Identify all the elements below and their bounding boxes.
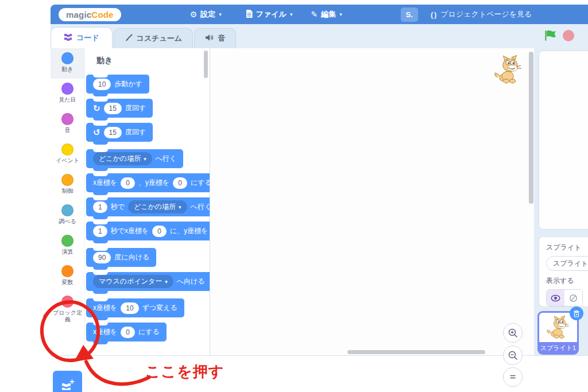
- block-text: 秒で: [111, 202, 125, 212]
- parentheses-icon: ( ): [431, 10, 436, 19]
- zoom-out-button[interactable]: [503, 346, 523, 365]
- zoom-reset-button[interactable]: [503, 367, 523, 387]
- block-number-input[interactable]: 0: [173, 177, 187, 189]
- workspace-horizontal-scrollbar[interactable]: [347, 350, 485, 354]
- block-text: x座標を: [93, 303, 117, 313]
- category-label: 音: [52, 127, 84, 134]
- category-item-変数[interactable]: 変数: [51, 261, 84, 292]
- add-extension-button[interactable]: [53, 371, 82, 392]
- block-number-input[interactable]: 0: [121, 327, 135, 338]
- palette-block[interactable]: 90度に向ける: [86, 248, 156, 267]
- category-item-ブロック定義[interactable]: ブロック定義: [51, 292, 84, 325]
- palette-scrollbar[interactable]: [204, 51, 208, 78]
- block-text: 、y座標を: [138, 178, 169, 188]
- menu-edit[interactable]: ✎ 編集 ▾: [307, 9, 347, 20]
- block-dropdown[interactable]: マウスのポインター▾: [93, 275, 173, 288]
- code-workspace[interactable]: [210, 48, 534, 355]
- sprite-name-input[interactable]: [546, 256, 588, 271]
- palette-block[interactable]: ↺15度回す: [86, 123, 153, 142]
- chevron-down-icon: ▾: [339, 11, 342, 17]
- block-text: へ行く: [156, 154, 177, 164]
- block-text: へ向ける: [177, 277, 205, 286]
- category-item-イベント[interactable]: イベント: [51, 139, 84, 170]
- block-dropdown[interactable]: どこかの場所▾: [93, 152, 152, 165]
- show-label: 表示する: [546, 276, 588, 286]
- block-text: へ行く: [191, 202, 210, 212]
- block-text: x座標を: [93, 178, 117, 188]
- zoom-in-button[interactable]: [503, 323, 523, 343]
- visibility-toggle: [546, 289, 583, 306]
- sprite-card[interactable]: スプライト1: [537, 311, 579, 355]
- palette-block[interactable]: x座標を0、y座標を0にする: [86, 173, 210, 192]
- palette-block[interactable]: 1秒でどこかの場所▾へ行く: [86, 197, 210, 216]
- palette-block[interactable]: ↻15度回す: [86, 99, 153, 118]
- hidden-eye-button[interactable]: [564, 290, 582, 306]
- workspace-vertical-scrollbar[interactable]: [529, 52, 533, 204]
- category-color-dot: [61, 143, 74, 156]
- category-item-見た目[interactable]: 見た目: [51, 79, 84, 109]
- tab-code[interactable]: コード: [51, 27, 113, 48]
- block-number-input[interactable]: 15: [104, 127, 122, 138]
- speaker-icon: [205, 34, 214, 43]
- tab-costumes[interactable]: コスチューム: [114, 28, 194, 48]
- palette-block[interactable]: どこかの場所▾へ行く: [86, 149, 183, 168]
- category-label: ブロック定義: [52, 309, 84, 323]
- category-color-dot: [61, 296, 74, 308]
- tab-strip: コード コスチューム 音: [51, 24, 588, 48]
- category-color-dot: [61, 113, 74, 125]
- block-list: 10歩動かす↻15度回す↺15度回すどこかの場所▾へ行くx座標を0、y座標を0に…: [86, 75, 210, 341]
- palette-block[interactable]: x座標を10ずつ変える: [86, 298, 184, 317]
- block-text: ずつ変える: [142, 303, 177, 313]
- category-color-dot: [61, 204, 74, 216]
- block-number-input[interactable]: 0: [121, 177, 135, 189]
- block-text: 度回す: [125, 103, 146, 113]
- tab-sounds[interactable]: 音: [194, 28, 236, 48]
- tab-costumes-label: コスチューム: [137, 33, 183, 44]
- block-text: 度回す: [125, 127, 146, 137]
- stop-button[interactable]: [562, 29, 575, 42]
- category-item-制御[interactable]: 制御: [51, 170, 84, 200]
- menu-file[interactable]: ファイル ▾: [241, 9, 297, 20]
- main-content: 動き見た目音イベント制御調べる演算変数ブロック定義 動き 10歩動かす↻15度回…: [51, 48, 588, 356]
- app-logo[interactable]: magicCode: [59, 8, 121, 21]
- block-number-input[interactable]: 90: [93, 252, 111, 263]
- cat-sprite-on-canvas[interactable]: [493, 53, 524, 88]
- category-item-演算[interactable]: 演算: [51, 231, 84, 261]
- logo-text-magic: magic: [66, 10, 91, 20]
- block-number-input[interactable]: 1: [93, 201, 107, 213]
- block-number-input[interactable]: 15: [104, 103, 122, 114]
- category-color-dot: [61, 52, 74, 64]
- menu-settings-label: 設定: [200, 9, 215, 20]
- block-number-input[interactable]: 10: [93, 79, 111, 90]
- user-badge[interactable]: S.: [401, 7, 418, 22]
- palette-block[interactable]: x座標を0にする: [86, 323, 167, 341]
- rotate-ccw-icon: ↺: [93, 127, 100, 138]
- block-number-input[interactable]: 1: [93, 226, 107, 237]
- block-text: 歩動かす: [114, 79, 142, 89]
- block-number-input[interactable]: 0: [152, 226, 167, 237]
- pencil-icon: ✎: [311, 10, 318, 18]
- category-label: 変数: [52, 279, 84, 286]
- palette-block[interactable]: 10歩動かす: [86, 75, 149, 94]
- palette-block[interactable]: 1秒でx座標を0に、y座標を0にする: [86, 222, 210, 240]
- menu-settings[interactable]: ⚙ 設定 ▾: [185, 9, 226, 20]
- visible-eye-button[interactable]: [547, 290, 564, 306]
- delete-sprite-button[interactable]: [570, 306, 583, 320]
- palette-block[interactable]: マウスのポインター▾へ向ける: [86, 272, 210, 291]
- block-text: にする: [138, 327, 160, 337]
- category-color-dot: [61, 83, 74, 95]
- sprite-card-name: スプライト1: [539, 342, 578, 354]
- category-item-動き[interactable]: 動き: [51, 48, 84, 79]
- project-page-link[interactable]: ( ) プロジェクトページを見る: [431, 9, 532, 20]
- category-item-調べる[interactable]: 調べる: [51, 200, 84, 231]
- block-dropdown[interactable]: どこかの場所▾: [128, 200, 187, 214]
- brush-icon: [125, 34, 133, 44]
- category-label: 調べる: [52, 218, 84, 225]
- block-number-input[interactable]: 10: [121, 302, 138, 314]
- category-item-音[interactable]: 音: [51, 109, 84, 139]
- stage-preview[interactable]: [539, 51, 588, 230]
- green-flag-button[interactable]: [544, 29, 556, 42]
- chevron-down-icon: ▾: [290, 11, 293, 17]
- gear-icon: ⚙: [190, 10, 198, 18]
- sprite-panel-title: スプライト: [546, 243, 588, 253]
